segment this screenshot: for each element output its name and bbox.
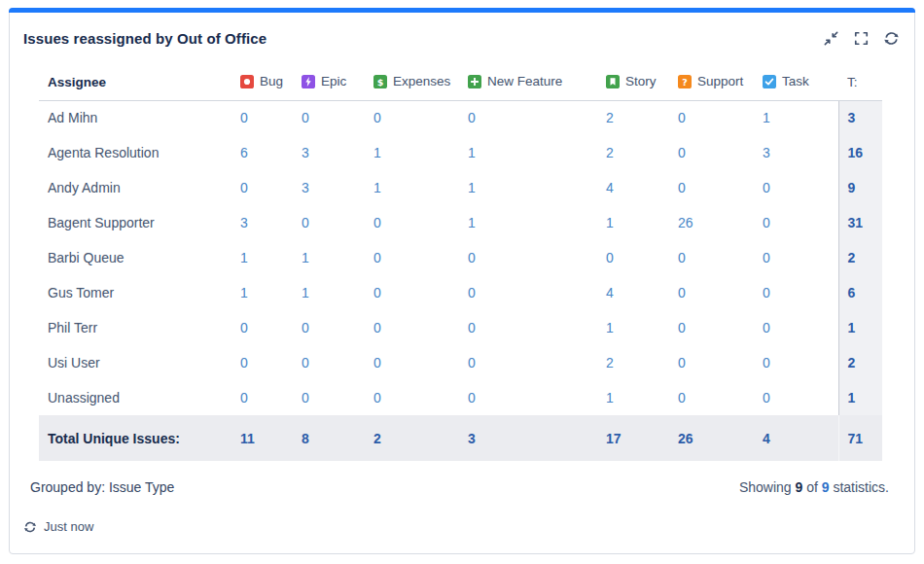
row-total-link[interactable]: 16 [848,145,864,160]
issue-count-link[interactable]: 0 [373,215,381,230]
issue-count-link[interactable]: 0 [606,250,614,265]
issue-count-link[interactable]: 2 [606,110,614,125]
column-header-epic: Epic [302,74,373,100]
issue-count-link[interactable]: 3 [302,145,309,160]
count-cell: 0 [763,205,838,240]
issue-count-link[interactable]: 0 [373,285,381,300]
issue-count-link[interactable]: 1 [606,320,614,335]
row-total-cell: 1 [838,310,882,345]
issue-count-link[interactable]: 0 [373,110,381,125]
issue-count-link[interactable]: 0 [678,250,686,265]
issue-count-link[interactable]: 2 [606,145,614,160]
bug-icon [240,75,254,88]
showing-total-link[interactable]: 9 [822,479,830,495]
issue-count-link[interactable]: 0 [468,285,476,300]
issue-count-link[interactable]: 26 [678,215,693,230]
issue-count-link[interactable]: 1 [302,285,309,300]
issue-count-link[interactable]: 11 [240,431,255,446]
issue-count-link[interactable]: 0 [468,355,476,370]
issue-count-link[interactable]: 0 [468,110,476,125]
count-cell: 1 [373,170,468,205]
issue-count-link[interactable]: 0 [763,215,770,230]
row-total-link[interactable]: 2 [848,250,856,265]
refresh-button[interactable] [881,29,901,49]
issue-count-link[interactable]: 0 [302,390,309,405]
issue-count-link[interactable]: 0 [763,355,770,370]
issue-count-link[interactable]: 1 [606,215,614,230]
issue-count-link[interactable]: 0 [468,390,476,405]
issue-count-link[interactable]: 6 [240,145,248,160]
issue-count-link[interactable]: 0 [373,390,381,405]
issue-count-link[interactable]: 0 [302,355,309,370]
count-cell: 0 [240,380,302,415]
minimize-button[interactable] [821,29,840,49]
issue-count-link[interactable]: 0 [240,320,248,335]
issue-count-link[interactable]: 0 [302,215,309,230]
issue-count-link[interactable]: 0 [240,355,248,370]
issue-count-link[interactable]: 0 [373,250,381,265]
issue-count-link[interactable]: 1 [373,180,381,195]
row-total-link[interactable]: 1 [848,320,856,335]
issue-count-link[interactable]: 1 [468,215,476,230]
issue-count-link[interactable]: 0 [678,320,686,335]
issue-count-link[interactable]: 4 [763,431,770,446]
issue-count-link[interactable]: 26 [678,431,693,446]
issue-count-link[interactable]: 0 [240,110,248,125]
row-total-link[interactable]: 3 [848,110,856,125]
issue-count-link[interactable]: 0 [678,355,686,370]
issue-count-link[interactable]: 0 [468,250,476,265]
fullscreen-button[interactable] [851,29,871,49]
table-row: Agenta Resolution631120316 [39,135,882,170]
assignee-cell: Bagent Supporter [39,205,240,240]
issue-count-link[interactable]: 0 [678,110,686,125]
issue-count-link[interactable]: 1 [240,250,248,265]
issue-count-link[interactable]: 0 [373,320,381,335]
row-total-link[interactable]: 31 [848,215,864,230]
issue-count-link[interactable]: 3 [468,431,476,446]
count-cell: 0 [468,275,606,310]
gadget-card: Issues reassigned by Out of Office [9,8,915,554]
issue-count-link[interactable]: 4 [606,285,614,300]
assignee-cell: Andy Admin [39,170,240,205]
issue-count-link[interactable]: 0 [302,110,309,125]
issue-count-link[interactable]: 1 [240,285,248,300]
gadget-footer: Grouped by: Issue Type Showing 9 of 9 st… [30,479,889,495]
issue-count-link[interactable]: 3 [763,145,770,160]
issue-count-link[interactable]: 0 [678,390,686,405]
row-total-link[interactable]: 9 [848,180,856,195]
issue-count-link[interactable]: 1 [468,145,476,160]
issue-count-link[interactable]: 0 [678,145,686,160]
issue-count-link[interactable]: 1 [302,250,309,265]
issue-count-link[interactable]: 0 [240,390,248,405]
refresh-status-row: Just now [23,519,914,534]
issue-count-link[interactable]: 2 [373,431,381,446]
count-cell: 0 [678,310,763,345]
count-cell: 0 [302,205,373,240]
issue-count-link[interactable]: 0 [763,180,770,195]
issue-count-link[interactable]: 3 [302,180,309,195]
issue-count-link[interactable]: 0 [763,285,770,300]
issue-count-link[interactable]: 0 [373,355,381,370]
issue-count-link[interactable]: 1 [606,390,614,405]
row-total-link[interactable]: 2 [848,355,856,370]
issue-count-link[interactable]: 0 [678,180,686,195]
issue-count-link[interactable]: 0 [302,320,309,335]
issue-count-link[interactable]: 0 [763,320,770,335]
issue-count-link[interactable]: 0 [763,250,770,265]
row-total-link[interactable]: 1 [848,390,856,405]
issue-count-link[interactable]: 0 [678,285,686,300]
issue-count-link[interactable]: 3 [240,215,248,230]
issue-count-link[interactable]: 17 [606,431,622,446]
refresh-status-icon[interactable] [23,520,37,534]
issue-count-link[interactable]: 1 [373,145,381,160]
issue-count-link[interactable]: 2 [606,355,614,370]
issue-count-link[interactable]: 0 [240,180,248,195]
issue-count-link[interactable]: 0 [763,390,770,405]
row-total-link[interactable]: 6 [848,285,856,300]
issue-count-link[interactable]: 1 [468,180,476,195]
grand-total-link[interactable]: 71 [848,431,864,446]
issue-count-link[interactable]: 0 [468,320,476,335]
issue-count-link[interactable]: 4 [606,180,614,195]
issue-count-link[interactable]: 1 [763,110,770,125]
issue-count-link[interactable]: 8 [302,431,309,446]
